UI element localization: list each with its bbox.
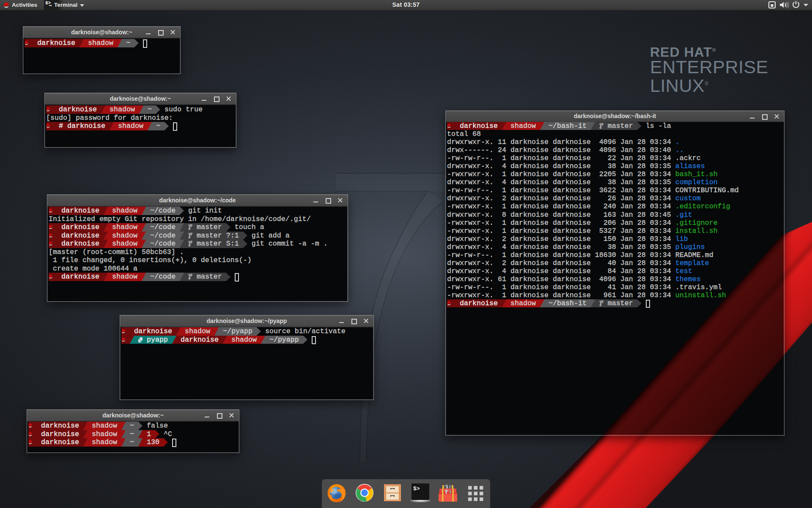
svg-text:$>: $>: [413, 486, 420, 492]
